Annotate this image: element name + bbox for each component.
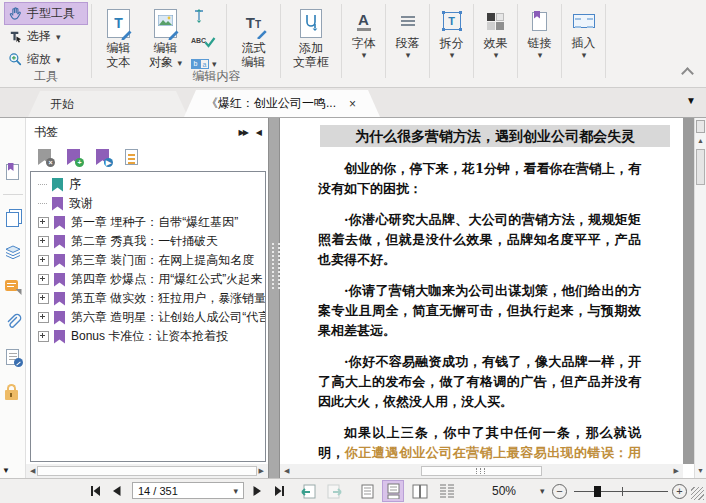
bookmark-item[interactable]: 第六章 造明星：让创始人成公司“代言 [31, 308, 265, 327]
expand-plus-icon[interactable] [38, 331, 49, 342]
next-page-button[interactable] [252, 479, 263, 503]
document-horizontal-scrollbar[interactable]: ◀ ▶ [280, 464, 683, 478]
comments-icon[interactable] [4, 278, 22, 296]
bookmark-item[interactable]: 致谢 [31, 194, 265, 213]
page-thumbnails-icon[interactable] [4, 208, 22, 226]
continuous-facing-view-button[interactable] [436, 479, 458, 503]
bookmark-item[interactable]: 第一章 埋种子：自带“爆红基因” [31, 213, 265, 232]
panel-strip-toggle-icon[interactable]: ▼ [2, 466, 10, 475]
zoom-dropdown-icon[interactable]: ▾ [540, 479, 545, 503]
bookmark-item[interactable]: 序 [31, 175, 265, 194]
continuous-view-button[interactable] [382, 479, 404, 503]
font-button[interactable]: A 字体 ▾ [345, 2, 382, 87]
expand-plus-icon[interactable] [38, 236, 49, 247]
zoom-slider[interactable] [574, 479, 668, 503]
scroll-right-icon[interactable]: ▶ [672, 467, 681, 475]
security-lock-icon[interactable] [4, 383, 22, 401]
panel-splitter[interactable] [268, 118, 280, 478]
merge-split-text-button[interactable] [189, 6, 223, 26]
navigation-panel-strip [0, 118, 26, 478]
split-button[interactable]: T 拆分 ▾ [433, 2, 470, 87]
scroll-up-icon[interactable]: ▲ [695, 136, 706, 146]
edit-text-button[interactable]: T 编辑 文本 [95, 2, 142, 69]
layers-icon[interactable] [4, 243, 22, 261]
last-page-button[interactable] [273, 479, 287, 503]
scrollbar-thumb[interactable] [421, 466, 543, 476]
delete-bookmark-button[interactable]: × [38, 149, 51, 165]
paragraph-button[interactable]: 段落 ▾ [389, 2, 426, 87]
panel-collapse-icon[interactable]: ◀ [256, 128, 262, 137]
expand-plus-icon[interactable] [38, 255, 49, 266]
bookmark-label: 第二章 秀真我：一针捅破天 [71, 233, 218, 250]
scroll-left-icon[interactable]: ◀ [282, 467, 291, 475]
first-page-button[interactable] [88, 479, 102, 503]
scroll-down-icon[interactable]: ▼ [695, 466, 706, 476]
expand-plus-icon[interactable] [38, 217, 49, 228]
select-tool-button[interactable]: 选择 ▾ [4, 25, 88, 48]
expand-plus-icon[interactable] [38, 293, 49, 304]
add-article-box-icon [300, 7, 322, 39]
next-view-button[interactable] [325, 479, 343, 503]
ribbon-collapse-button[interactable] [683, 66, 692, 75]
bookmark-item[interactable]: Bonus 卡准位：让资本抢着投 [31, 327, 265, 346]
slider-thumb[interactable] [594, 486, 601, 497]
slider-track[interactable] [574, 491, 668, 492]
zoom-out-button[interactable]: − [552, 484, 567, 499]
close-tab-icon[interactable]: × [347, 97, 358, 111]
bookmark-item[interactable]: 第三章 装门面：在网上提高知名度 [31, 251, 265, 270]
previous-view-button[interactable] [300, 479, 318, 503]
split-view-handle[interactable] [696, 120, 705, 133]
expand-plus-icon[interactable] [38, 274, 49, 285]
bookmark-item[interactable]: 第五章 做实效：狂拉用户，暴涨销量 [31, 289, 265, 308]
link-button[interactable]: 链接 ▾ [521, 2, 558, 87]
previous-page-button[interactable] [111, 479, 122, 503]
insert-button[interactable]: 插入 ▾ [565, 2, 602, 87]
edit-object-button[interactable]: 编辑 对象 ▾ [142, 2, 189, 70]
scroll-left-icon[interactable]: ◀ [28, 467, 37, 475]
document-vertical-scrollbar[interactable]: ▲ ▼ [694, 118, 706, 478]
ribbon-separator [429, 4, 430, 78]
tab-overflow-icon[interactable]: ▼ [686, 95, 696, 106]
goto-bookmark-button[interactable]: ▶ [96, 149, 109, 165]
bookmark-item[interactable]: 第二章 秀真我：一针捅破天 [31, 232, 265, 251]
panel-options-icon[interactable]: ▶▶ [239, 128, 247, 137]
bookmark-item[interactable]: 第四章 炒爆点：用“爆红公式”火起来 [31, 270, 265, 289]
flow-edit-icon: TT [246, 7, 261, 39]
scrollbar-thumb[interactable] [696, 149, 705, 185]
expand-plus-icon[interactable] [38, 312, 49, 323]
zoom-level-value[interactable]: 50% [484, 484, 524, 498]
tab-document[interactable]: 《爆红：创业公司一鸣... × [184, 90, 380, 117]
edit-object-icon [154, 7, 177, 39]
expand-bookmarks-button[interactable] [125, 149, 139, 165]
tab-start[interactable]: 开始 [28, 91, 188, 117]
single-page-view-button[interactable] [356, 479, 378, 503]
facing-pages-view-button[interactable] [409, 479, 431, 503]
tab-document-label: 《爆红：创业公司一鸣... [206, 95, 336, 112]
zoom-in-button[interactable]: + [672, 484, 687, 499]
chevron-down-icon: ▾ [362, 50, 367, 60]
tools-group-label: 工具 [4, 68, 88, 85]
window-resize-grip[interactable] [691, 487, 704, 500]
effect-button[interactable]: 效果 ▾ [477, 2, 514, 87]
scroll-right-icon[interactable]: ▶ [257, 467, 266, 475]
flow-edit-button[interactable]: TT 流式 编辑 [230, 2, 277, 69]
document-view[interactable]: 为什么很多营销方法，遇到创业公司都会失灵 创业的你，停下来，花1分钟，看看你在营… [280, 118, 683, 464]
bookmarks-panel-icon[interactable] [4, 163, 22, 181]
tree-connector [38, 184, 47, 185]
attachments-icon[interactable] [4, 313, 22, 331]
bookmarks-panel-header: 书签 ▶▶ ◀ [26, 118, 268, 144]
ribbon-separator [517, 4, 518, 78]
spell-check-button[interactable]: ABC [189, 30, 223, 50]
slider-midpoint-tick [622, 487, 623, 496]
panel-horizontal-scrollbar[interactable]: ◀ ▶ [26, 464, 268, 478]
scrollbar-track[interactable] [291, 466, 671, 476]
add-bookmark-button[interactable]: + [67, 149, 80, 165]
link-label: 链接 [528, 37, 552, 50]
page-number-input[interactable]: 14 / 351 ▾ [132, 482, 244, 499]
add-article-box-button[interactable]: 添加 文章框 [284, 2, 338, 69]
chevron-up-icon [681, 67, 694, 80]
edit-text-icon: T [107, 7, 130, 39]
scrollbar-thumb[interactable] [37, 466, 256, 476]
hand-tool-button[interactable]: 手型工具 [4, 2, 88, 25]
signature-fields-icon[interactable] [4, 348, 22, 366]
